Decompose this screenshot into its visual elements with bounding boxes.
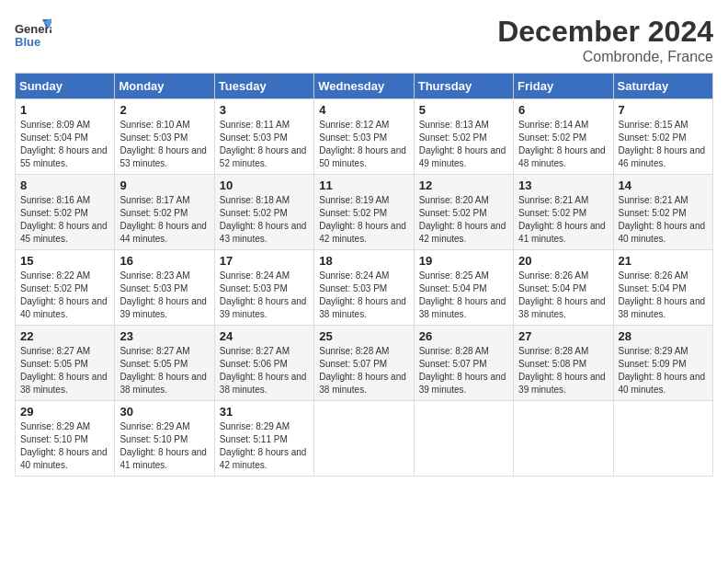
day-number: 17 (220, 254, 309, 268)
calendar-cell: 14 Sunrise: 8:21 AM Sunset: 5:02 PM Dayl… (613, 175, 712, 250)
page-header: General Blue December 2024 Combronde, Fr… (15, 15, 713, 65)
calendar-cell: 8 Sunrise: 8:16 AM Sunset: 5:02 PM Dayli… (16, 175, 115, 250)
day-info: Sunrise: 8:21 AM Sunset: 5:02 PM Dayligh… (518, 194, 608, 246)
logo-icon: General Blue (15, 15, 51, 52)
day-number: 13 (518, 178, 608, 192)
day-info: Sunrise: 8:16 AM Sunset: 5:02 PM Dayligh… (20, 194, 109, 246)
calendar-week-row: 29 Sunrise: 8:29 AM Sunset: 5:10 PM Dayl… (16, 401, 713, 477)
day-number: 4 (319, 103, 408, 117)
calendar-cell: 9 Sunrise: 8:17 AM Sunset: 5:02 PM Dayli… (115, 175, 214, 250)
calendar-cell: 31 Sunrise: 8:29 AM Sunset: 5:11 PM Dayl… (214, 401, 313, 477)
day-number: 15 (20, 254, 109, 268)
day-number: 25 (319, 329, 408, 343)
day-info: Sunrise: 8:28 AM Sunset: 5:07 PM Dayligh… (319, 345, 408, 396)
day-info: Sunrise: 8:21 AM Sunset: 5:02 PM Dayligh… (619, 194, 708, 246)
day-info: Sunrise: 8:10 AM Sunset: 5:03 PM Dayligh… (119, 119, 209, 170)
day-number: 11 (319, 178, 408, 192)
day-number: 21 (619, 254, 708, 268)
calendar-cell: 10 Sunrise: 8:18 AM Sunset: 5:02 PM Dayl… (214, 175, 313, 250)
calendar-cell: 1 Sunrise: 8:09 AM Sunset: 5:04 PM Dayli… (16, 99, 115, 175)
logo: General Blue (15, 15, 55, 52)
calendar-cell: 30 Sunrise: 8:29 AM Sunset: 5:10 PM Dayl… (115, 401, 214, 477)
weekday-header-thursday: Thursday (414, 74, 513, 99)
calendar-cell (514, 401, 613, 477)
day-info: Sunrise: 8:28 AM Sunset: 5:07 PM Dayligh… (419, 345, 508, 396)
calendar-cell: 19 Sunrise: 8:25 AM Sunset: 5:04 PM Dayl… (414, 250, 513, 326)
day-number: 31 (220, 405, 309, 419)
day-number: 1 (20, 103, 109, 117)
day-number: 30 (119, 405, 209, 419)
calendar-cell: 28 Sunrise: 8:29 AM Sunset: 5:09 PM Dayl… (613, 326, 712, 401)
day-info: Sunrise: 8:12 AM Sunset: 5:03 PM Dayligh… (319, 119, 408, 170)
calendar-cell: 22 Sunrise: 8:27 AM Sunset: 5:05 PM Dayl… (16, 326, 115, 401)
location: Combronde, France (497, 49, 713, 65)
day-info: Sunrise: 8:17 AM Sunset: 5:02 PM Dayligh… (119, 194, 209, 246)
month-title: December 2024 (497, 15, 713, 49)
day-number: 18 (319, 254, 408, 268)
day-number: 10 (220, 178, 309, 192)
day-info: Sunrise: 8:20 AM Sunset: 5:02 PM Dayligh… (419, 194, 508, 246)
day-info: Sunrise: 8:29 AM Sunset: 5:09 PM Dayligh… (619, 345, 708, 396)
day-number: 3 (220, 103, 309, 117)
weekday-header-saturday: Saturday (613, 74, 712, 99)
calendar-week-row: 8 Sunrise: 8:16 AM Sunset: 5:02 PM Dayli… (16, 175, 713, 250)
day-info: Sunrise: 8:11 AM Sunset: 5:03 PM Dayligh… (220, 119, 309, 170)
day-number: 23 (119, 329, 209, 343)
calendar-cell (613, 401, 712, 477)
calendar-cell: 11 Sunrise: 8:19 AM Sunset: 5:02 PM Dayl… (314, 175, 414, 250)
calendar-cell: 17 Sunrise: 8:24 AM Sunset: 5:03 PM Dayl… (214, 250, 313, 326)
day-number: 9 (119, 178, 209, 192)
day-number: 16 (119, 254, 209, 268)
calendar-cell: 12 Sunrise: 8:20 AM Sunset: 5:02 PM Dayl… (414, 175, 513, 250)
weekday-header-tuesday: Tuesday (214, 74, 313, 99)
day-info: Sunrise: 8:25 AM Sunset: 5:04 PM Dayligh… (419, 270, 508, 321)
day-number: 19 (419, 254, 508, 268)
weekday-header-wednesday: Wednesday (314, 74, 414, 99)
day-info: Sunrise: 8:15 AM Sunset: 5:02 PM Dayligh… (619, 119, 708, 170)
day-info: Sunrise: 8:14 AM Sunset: 5:02 PM Dayligh… (518, 119, 608, 170)
calendar-cell: 27 Sunrise: 8:28 AM Sunset: 5:08 PM Dayl… (514, 326, 613, 401)
day-number: 20 (518, 254, 608, 268)
day-info: Sunrise: 8:09 AM Sunset: 5:04 PM Dayligh… (20, 119, 109, 170)
calendar-cell (314, 401, 414, 477)
day-info: Sunrise: 8:27 AM Sunset: 5:06 PM Dayligh… (220, 345, 309, 396)
calendar-cell: 20 Sunrise: 8:26 AM Sunset: 5:04 PM Dayl… (514, 250, 613, 326)
day-number: 6 (518, 103, 608, 117)
day-info: Sunrise: 8:18 AM Sunset: 5:02 PM Dayligh… (220, 194, 309, 246)
day-info: Sunrise: 8:23 AM Sunset: 5:03 PM Dayligh… (119, 270, 209, 321)
day-info: Sunrise: 8:13 AM Sunset: 5:02 PM Dayligh… (419, 119, 508, 170)
title-block: December 2024 Combronde, France (497, 15, 713, 65)
calendar-header-row: SundayMondayTuesdayWednesdayThursdayFrid… (16, 74, 713, 99)
day-info: Sunrise: 8:29 AM Sunset: 5:10 PM Dayligh… (20, 420, 109, 472)
calendar-week-row: 1 Sunrise: 8:09 AM Sunset: 5:04 PM Dayli… (16, 99, 713, 175)
day-number: 29 (20, 405, 109, 419)
day-number: 14 (619, 178, 708, 192)
day-number: 27 (518, 329, 608, 343)
day-number: 12 (419, 178, 508, 192)
calendar-cell: 25 Sunrise: 8:28 AM Sunset: 5:07 PM Dayl… (314, 326, 414, 401)
calendar-cell: 3 Sunrise: 8:11 AM Sunset: 5:03 PM Dayli… (214, 99, 313, 175)
calendar-cell: 6 Sunrise: 8:14 AM Sunset: 5:02 PM Dayli… (514, 99, 613, 175)
calendar-week-row: 15 Sunrise: 8:22 AM Sunset: 5:02 PM Dayl… (16, 250, 713, 326)
day-info: Sunrise: 8:19 AM Sunset: 5:02 PM Dayligh… (319, 194, 408, 246)
day-info: Sunrise: 8:26 AM Sunset: 5:04 PM Dayligh… (518, 270, 608, 321)
day-info: Sunrise: 8:27 AM Sunset: 5:05 PM Dayligh… (119, 345, 209, 396)
day-number: 5 (419, 103, 508, 117)
svg-text:Blue: Blue (15, 35, 40, 49)
day-number: 2 (119, 103, 209, 117)
calendar-cell: 24 Sunrise: 8:27 AM Sunset: 5:06 PM Dayl… (214, 326, 313, 401)
day-info: Sunrise: 8:27 AM Sunset: 5:05 PM Dayligh… (20, 345, 109, 396)
day-number: 26 (419, 329, 508, 343)
day-info: Sunrise: 8:28 AM Sunset: 5:08 PM Dayligh… (518, 345, 608, 396)
day-info: Sunrise: 8:24 AM Sunset: 5:03 PM Dayligh… (319, 270, 408, 321)
calendar-cell: 26 Sunrise: 8:28 AM Sunset: 5:07 PM Dayl… (414, 326, 513, 401)
day-number: 24 (220, 329, 309, 343)
day-number: 7 (619, 103, 708, 117)
day-info: Sunrise: 8:29 AM Sunset: 5:11 PM Dayligh… (220, 420, 309, 472)
calendar-cell: 15 Sunrise: 8:22 AM Sunset: 5:02 PM Dayl… (16, 250, 115, 326)
weekday-header-friday: Friday (514, 74, 613, 99)
day-number: 8 (20, 178, 109, 192)
calendar-cell: 23 Sunrise: 8:27 AM Sunset: 5:05 PM Dayl… (115, 326, 214, 401)
calendar-cell: 29 Sunrise: 8:29 AM Sunset: 5:10 PM Dayl… (16, 401, 115, 477)
day-info: Sunrise: 8:24 AM Sunset: 5:03 PM Dayligh… (220, 270, 309, 321)
